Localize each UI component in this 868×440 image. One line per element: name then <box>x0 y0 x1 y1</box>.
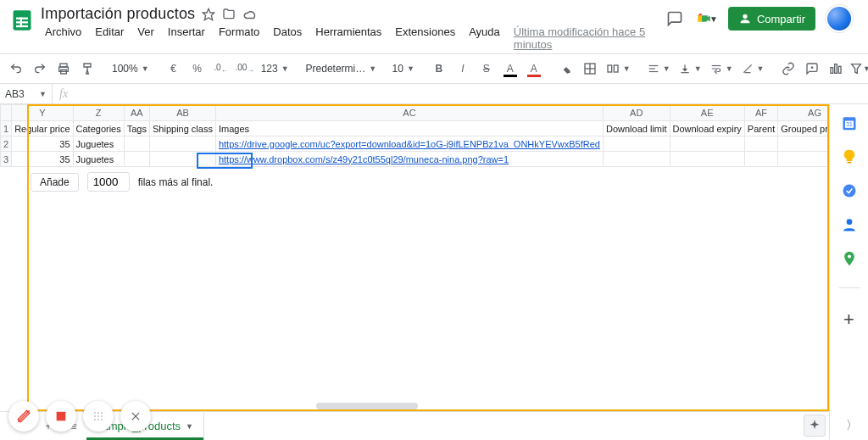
bold-button[interactable]: B <box>428 58 450 80</box>
italic-button[interactable]: I <box>452 58 474 80</box>
fill-bucket-button[interactable] <box>555 58 577 80</box>
select-all-corner[interactable] <box>1 105 12 121</box>
cell[interactable]: Parent <box>744 121 777 136</box>
percent-button[interactable]: % <box>186 58 209 80</box>
cell[interactable]: https://drive.google.com/uc?export=downl… <box>215 136 603 152</box>
get-addons-button[interactable]: + <box>843 309 854 331</box>
merge-button[interactable]: ▼ <box>603 62 634 75</box>
currency-button[interactable]: € <box>163 58 185 80</box>
side-panel-toggle[interactable]: 〉 <box>846 418 858 433</box>
menu-insertar[interactable]: Insertar <box>162 23 211 53</box>
col-header[interactable]: AG <box>778 105 829 121</box>
move-icon[interactable] <box>222 8 236 21</box>
menu-archivo[interactable]: Archivo <box>39 23 87 53</box>
comment-button[interactable] <box>801 58 823 80</box>
document-title[interactable]: Importación productos <box>41 5 195 23</box>
cell[interactable] <box>603 152 670 167</box>
name-box[interactable]: AB3▼ <box>0 84 53 103</box>
filter-button[interactable]: ▼ <box>849 58 868 80</box>
row-header[interactable]: 1 <box>1 121 12 136</box>
sheets-logo[interactable] <box>7 5 37 36</box>
keep-addon-icon[interactable] <box>841 148 858 165</box>
redo-button[interactable] <box>29 58 51 80</box>
valign-button[interactable]: ▼ <box>676 63 705 75</box>
row-header[interactable]: 2 <box>1 136 12 152</box>
cell[interactable]: Categories <box>73 121 124 136</box>
text-color-button[interactable]: A <box>499 58 521 80</box>
col-header[interactable]: AF <box>744 105 777 121</box>
cell[interactable]: Images <box>215 121 603 136</box>
float-grid-button[interactable] <box>83 401 114 432</box>
cell[interactable] <box>124 136 149 152</box>
cell[interactable]: Shipping class <box>150 121 216 136</box>
col-header[interactable]: AA <box>124 105 149 121</box>
cell[interactable] <box>744 136 777 152</box>
halign-button[interactable]: ▼ <box>644 63 674 75</box>
rotate-button[interactable]: ▼ <box>738 63 768 75</box>
increase-decimal-button[interactable]: .00→ <box>234 58 256 80</box>
menu-ver[interactable]: Ver <box>131 23 160 53</box>
float-screenshot-button[interactable] <box>46 401 76 432</box>
cell[interactable] <box>150 136 216 152</box>
row-header[interactable]: 3 <box>1 152 12 167</box>
print-button[interactable] <box>53 58 75 80</box>
zoom-select[interactable]: 100%▼ <box>108 63 153 75</box>
cell[interactable] <box>778 136 829 152</box>
tasks-addon-icon[interactable] <box>841 182 858 199</box>
fill-color-button[interactable]: A <box>523 58 545 80</box>
cell-link[interactable]: https://www.dropbox.com/s/z49y21c0t55ql2… <box>219 154 509 164</box>
number-format-select[interactable]: 123▼ <box>258 63 292 75</box>
col-header[interactable]: AC <box>215 105 603 121</box>
strikethrough-button[interactable]: S <box>476 58 498 80</box>
menu-ayuda[interactable]: Ayuda <box>463 23 506 53</box>
cell[interactable]: Download limit <box>603 121 670 136</box>
menu-formato[interactable]: Formato <box>213 23 265 53</box>
col-header[interactable]: AE <box>670 105 744 121</box>
add-rows-input[interactable] <box>87 172 130 192</box>
font-size-select[interactable]: 10▼ <box>389 63 418 75</box>
float-edit-button[interactable] <box>8 401 39 432</box>
cell[interactable] <box>744 152 777 167</box>
account-avatar[interactable] <box>826 5 853 32</box>
star-icon[interactable] <box>202 8 215 21</box>
col-header[interactable]: Z <box>73 105 124 121</box>
cell[interactable]: Tags <box>124 121 149 136</box>
col-header[interactable]: AB <box>150 105 216 121</box>
cell[interactable]: Grouped produc <box>778 121 829 136</box>
undo-button[interactable] <box>5 58 27 80</box>
cell[interactable] <box>670 136 744 152</box>
calendar-addon-icon[interactable]: 31 <box>841 114 858 131</box>
link-button[interactable] <box>777 58 799 80</box>
cell[interactable]: Regular price <box>12 121 73 136</box>
last-edit-link[interactable]: Última modificación hace 5 minutos <box>508 23 664 53</box>
float-close-button[interactable] <box>120 401 151 432</box>
share-button[interactable]: Compartir <box>728 7 815 31</box>
col-header[interactable]: AD <box>603 105 670 121</box>
wrap-button[interactable]: ▼ <box>707 63 737 75</box>
cell[interactable] <box>603 136 670 152</box>
cell[interactable]: https://www.dropbox.com/s/z49y21c0t55ql2… <box>215 152 603 167</box>
contacts-addon-icon[interactable] <box>841 216 858 233</box>
paint-format-button[interactable] <box>76 58 98 80</box>
cell[interactable] <box>150 152 216 167</box>
menu-extensiones[interactable]: Extensiones <box>389 23 461 53</box>
menu-editar[interactable]: Editar <box>89 23 130 53</box>
meet-icon[interactable]: ▼ <box>696 8 718 30</box>
menu-herramientas[interactable]: Herramientas <box>309 23 387 53</box>
comments-icon[interactable] <box>664 8 686 30</box>
cell[interactable] <box>124 152 149 167</box>
cell[interactable]: 35 <box>12 152 73 167</box>
explore-button[interactable] <box>804 415 826 437</box>
cloud-status-icon[interactable] <box>242 7 258 22</box>
cell[interactable] <box>670 152 744 167</box>
spreadsheet-grid[interactable]: Y Z AA AB AC AD AE AF AG AH 1 Regular pr… <box>0 104 829 440</box>
cell[interactable]: 35 <box>12 136 73 152</box>
cell[interactable] <box>778 152 829 167</box>
cell[interactable]: Juguetes <box>73 136 124 152</box>
cell[interactable]: Download expiry <box>670 121 744 136</box>
borders-button[interactable] <box>579 58 601 80</box>
menu-datos[interactable]: Datos <box>267 23 308 53</box>
font-select[interactable]: Predetermi…▼ <box>303 63 379 75</box>
cell[interactable]: Juguetes <box>73 152 124 167</box>
chart-button[interactable] <box>825 58 847 80</box>
